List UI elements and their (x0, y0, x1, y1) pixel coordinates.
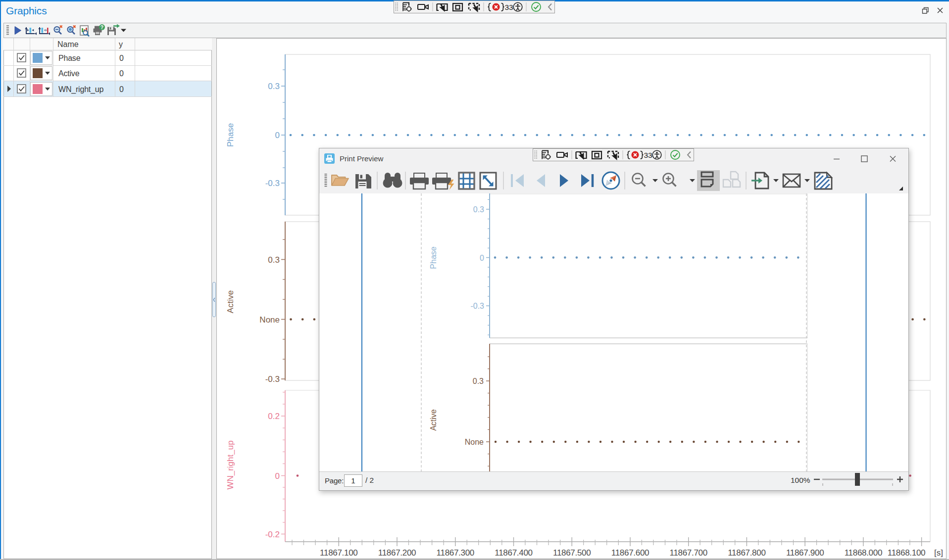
svg-text:WN_right_up: WN_right_up (58, 85, 103, 94)
svg-text:11868.000: 11868.000 (845, 548, 882, 558)
svg-text:11867.200: 11867.200 (378, 548, 416, 558)
svg-text:-0.3: -0.3 (265, 179, 280, 188)
svg-text:WN_right_up: WN_right_up (226, 440, 235, 489)
svg-text:?: ? (100, 24, 103, 30)
svg-text:0: 0 (275, 131, 280, 140)
svg-text:Active: Active (58, 69, 80, 78)
svg-text:0: 0 (119, 69, 124, 78)
svg-text:0.3: 0.3 (268, 82, 280, 91)
svg-text:11867.500: 11867.500 (553, 548, 591, 558)
svg-text:-0.3: -0.3 (265, 374, 280, 384)
svg-text:0: 0 (275, 471, 280, 481)
svg-text:33: 33 (505, 3, 513, 11)
svg-text:0.2: 0.2 (268, 412, 280, 421)
svg-text:y: y (119, 40, 123, 48)
svg-text:Phase: Phase (226, 123, 235, 147)
svg-text:0.3: 0.3 (473, 205, 484, 214)
svg-text:0.3: 0.3 (268, 255, 280, 265)
svg-text:11867.300: 11867.300 (437, 548, 474, 558)
svg-text:11867.100: 11867.100 (320, 548, 357, 558)
svg-text:11867.700: 11867.700 (669, 548, 707, 558)
svg-text:0: 0 (480, 254, 484, 262)
svg-text:11868.100: 11868.100 (888, 548, 925, 558)
svg-text:0: 0 (119, 85, 124, 93)
svg-text:11867.800: 11867.800 (728, 548, 765, 558)
svg-text:Phase: Phase (58, 54, 81, 62)
svg-text:Active: Active (226, 290, 235, 313)
svg-text:0.3: 0.3 (473, 377, 484, 385)
svg-text:[s]: [s] (934, 548, 943, 558)
svg-text:Name: Name (57, 40, 79, 48)
svg-text:-0.2: -0.2 (265, 530, 280, 539)
svg-text:-0.3: -0.3 (470, 302, 484, 310)
svg-text:Phase: Phase (429, 246, 438, 269)
svg-text:Active: Active (429, 409, 438, 431)
svg-text:11867.900: 11867.900 (786, 548, 824, 558)
svg-text:11867.600: 11867.600 (611, 548, 649, 558)
svg-text:None: None (259, 315, 280, 325)
svg-text:0: 0 (119, 54, 124, 62)
svg-text:11867.400: 11867.400 (495, 548, 532, 558)
svg-text:None: None (465, 438, 484, 446)
